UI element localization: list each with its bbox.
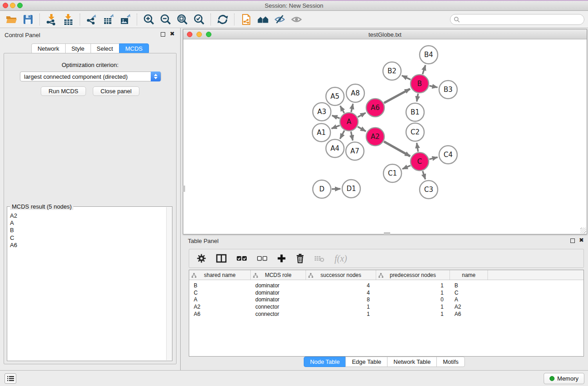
table-cell[interactable]: 1 (376, 311, 450, 317)
save-session-icon[interactable] (19, 12, 36, 27)
column-header-successor-nodes[interactable]: successor nodes (306, 270, 376, 280)
close-panel-icon[interactable]: ✖ (579, 237, 584, 243)
table-cell[interactable]: B (450, 282, 488, 289)
network-window-titlebar[interactable]: testGlobe.txt (183, 29, 587, 39)
mcds-result-item[interactable]: C (10, 234, 166, 242)
hide-selected-icon[interactable] (271, 12, 288, 27)
delete-column-icon[interactable] (296, 253, 305, 263)
graph-edge-C-C2[interactable] (417, 143, 418, 152)
table-row[interactable]: A2connector11A2 (189, 303, 583, 310)
graph-node-A4[interactable]: A4 (326, 139, 344, 157)
graph-node-B1[interactable]: B1 (406, 103, 424, 121)
graph-node-B3[interactable]: B3 (439, 81, 457, 99)
zoom-selected-icon[interactable] (191, 12, 207, 27)
graph-node-C4[interactable]: C4 (439, 146, 457, 164)
graph-node-A1[interactable]: A1 (312, 124, 330, 142)
graph-node-D1[interactable]: D1 (342, 180, 360, 198)
column-header-shared-name[interactable]: shared name (189, 270, 251, 280)
column-header-predecessor-nodes[interactable]: predecessor nodes (376, 270, 450, 280)
graph-node-D[interactable]: D (313, 180, 331, 198)
tab-mcds[interactable]: MCDS (119, 43, 149, 54)
graph-node-C[interactable]: C (411, 152, 429, 171)
graph-node-C1[interactable]: C1 (383, 164, 402, 182)
mcds-result-scrollbar[interactable] (166, 207, 172, 360)
table-cell[interactable]: 8 (306, 296, 376, 303)
mcds-result-item[interactable]: B (10, 227, 166, 234)
task-history-button[interactable] (5, 373, 16, 384)
graph-node-A7[interactable]: A7 (346, 142, 364, 160)
graph-edge-C-C1[interactable] (402, 166, 411, 169)
graph-node-B[interactable]: B (411, 75, 429, 93)
graph-node-A6[interactable]: A6 (366, 99, 384, 117)
table-cell[interactable]: 0 (376, 296, 450, 303)
table-cell[interactable]: dominator (251, 282, 306, 289)
graph-edge-A-A8[interactable] (351, 104, 353, 112)
table-cell[interactable]: 1 (306, 311, 376, 317)
tab-edge-table[interactable]: Edge Table (345, 357, 387, 367)
table-row[interactable]: Adominator80A (189, 296, 583, 304)
network-canvas[interactable]: AA1A2A3A4A5A6A7A8BB1B2B3B4CC1C2C3C4DD1 (183, 39, 587, 234)
graph-edge-A-A6[interactable] (358, 113, 365, 117)
table-row[interactable]: Cdominator41C (189, 289, 583, 296)
show-columns-icon[interactable] (216, 254, 227, 263)
graph-node-B2[interactable]: B2 (383, 62, 401, 80)
table-row[interactable]: A6connector11A6 (189, 310, 583, 318)
graph-node-A2[interactable]: A2 (366, 128, 384, 146)
deselect-all-icon[interactable] (257, 255, 268, 262)
graph-edge-B-B4[interactable] (423, 65, 425, 74)
graph-node-A[interactable]: A (340, 113, 358, 131)
export-table-icon[interactable] (100, 12, 117, 27)
import-network-icon[interactable] (43, 12, 60, 27)
select-all-icon[interactable] (236, 255, 247, 262)
open-session-icon[interactable] (3, 12, 19, 27)
graph-node-C3[interactable]: C3 (420, 181, 438, 199)
network-from-selection-icon[interactable] (238, 12, 254, 27)
graph-edge-A-A1[interactable] (331, 125, 339, 129)
graph-node-A5[interactable]: A5 (326, 87, 344, 105)
run-mcds-button[interactable]: Run MCDS (41, 86, 86, 96)
table-cell[interactable]: connector (251, 311, 306, 317)
table-cell[interactable]: A6 (189, 311, 251, 317)
graph-edge-A-A2[interactable] (358, 127, 366, 131)
tab-select[interactable]: Select (91, 43, 120, 54)
table-cell[interactable]: A (189, 296, 251, 303)
search-input[interactable] (450, 14, 584, 25)
mcds-result-item[interactable]: A6 (10, 242, 166, 249)
table-cell[interactable]: 4 (306, 290, 376, 296)
graph-edge-B-B2[interactable] (402, 76, 411, 80)
home-icon[interactable] (254, 12, 271, 27)
tab-style[interactable]: Style (65, 43, 91, 54)
tab-network-table[interactable]: Network Table (387, 357, 437, 367)
table-cell[interactable]: C (189, 290, 251, 296)
table-cell[interactable]: connector (251, 304, 306, 310)
resize-grip-icon[interactable] (580, 228, 586, 234)
import-table-icon[interactable] (60, 12, 76, 27)
close-panel-icon[interactable]: ✖ (170, 31, 175, 37)
float-panel-icon[interactable] (161, 32, 165, 37)
graph-edge-A-A4[interactable] (340, 130, 344, 138)
add-column-icon[interactable] (277, 254, 286, 263)
tab-motifs[interactable]: Motifs (436, 357, 465, 367)
zoom-fit-icon[interactable] (174, 12, 191, 27)
zoom-out-icon[interactable] (157, 12, 174, 27)
graph-edge-A2-C[interactable] (384, 142, 410, 156)
graph-edge-A-A3[interactable] (332, 115, 340, 118)
table-cell[interactable]: A2 (189, 304, 251, 310)
graph-node-C2[interactable]: C2 (406, 123, 424, 141)
table-cell[interactable]: 1 (376, 282, 450, 289)
column-header-name[interactable]: name (450, 270, 488, 280)
table-cell[interactable]: A6 (450, 311, 488, 317)
graph-edge-A-A5[interactable] (340, 106, 344, 113)
table-row[interactable]: Bdominator41B (189, 282, 583, 289)
memory-button[interactable]: Memory (544, 373, 584, 384)
table-cell[interactable]: dominator (251, 296, 306, 303)
table-cell[interactable]: 1 (376, 290, 450, 296)
table-cell[interactable]: 1 (376, 304, 450, 310)
graph-node-B4[interactable]: B4 (420, 46, 438, 64)
export-image-icon[interactable] (117, 12, 134, 27)
optimization-criterion-select[interactable]: largest connected component (directed) (20, 71, 161, 81)
table-cell[interactable]: C (450, 290, 488, 296)
export-network-icon[interactable] (83, 12, 100, 27)
table-options-icon[interactable] (196, 253, 206, 263)
float-panel-icon[interactable] (570, 238, 575, 243)
